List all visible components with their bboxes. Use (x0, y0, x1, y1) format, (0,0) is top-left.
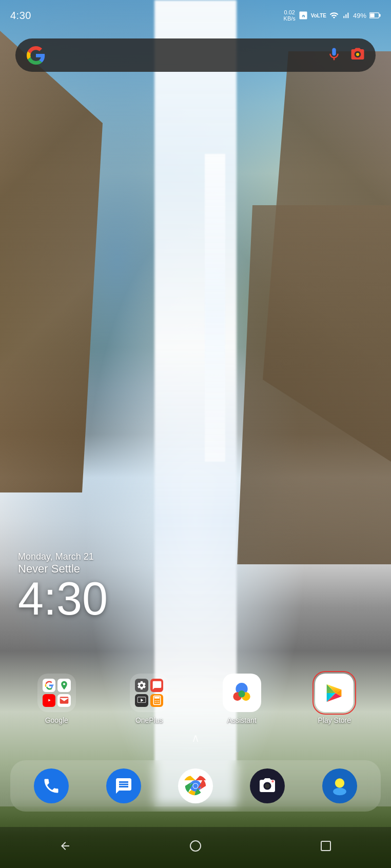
assistant-item[interactable]: Assistant (223, 674, 261, 724)
app-row: Google (0, 674, 391, 724)
wellbeing-icon (328, 775, 351, 797)
oneplus-folder-icon (130, 674, 168, 712)
cliff-mid-right (237, 205, 391, 564)
svg-rect-28 (321, 841, 330, 851)
mini-messages-icon (150, 679, 164, 692)
svg-rect-8 (154, 697, 160, 699)
mini-gmail-icon (57, 694, 71, 707)
svg-point-3 (356, 52, 359, 55)
wifi-icon (329, 11, 339, 20)
search-action-icons (326, 47, 365, 64)
navigation-bar (0, 827, 391, 868)
status-icons: 0.02 KB/s VoLTE 49% (284, 9, 381, 22)
home-icon (189, 840, 202, 852)
data-speed-value: 0.02 (284, 9, 295, 15)
wellbeing-dock-icon[interactable] (322, 768, 357, 803)
date-display: Monday, March 21 (18, 551, 108, 562)
mini-screen-icon (135, 694, 148, 707)
svg-point-14 (158, 702, 159, 703)
recents-button[interactable] (309, 835, 342, 860)
svg-point-22 (265, 784, 270, 788)
assistant-label: Assistant (227, 716, 257, 724)
messages-dock-icon[interactable] (106, 768, 141, 803)
mini-settings-icon (135, 679, 148, 692)
assistant-icon (223, 674, 261, 712)
battery-icon (369, 12, 381, 19)
svg-point-13 (157, 702, 158, 703)
signal-icon (342, 11, 350, 20)
svg-point-9 (154, 700, 155, 701)
data-speed-unit: KB/s (284, 15, 296, 22)
svg-point-11 (158, 700, 159, 701)
home-button[interactable] (179, 835, 212, 860)
camera-dock-icon[interactable] (250, 768, 285, 803)
back-button[interactable] (49, 835, 82, 860)
battery-percent: 49% (353, 12, 366, 19)
search-bar[interactable] (15, 38, 376, 72)
camera-search-icon (350, 47, 365, 62)
google-logo-svg (27, 46, 45, 65)
recents-icon (320, 840, 332, 852)
oneplus-folder-label: OnePlus (135, 716, 163, 724)
play-store-item[interactable]: Play Store (315, 674, 354, 724)
svg-point-21 (193, 783, 198, 788)
clock-section: Monday, March 21 Never Settle 4:30 (18, 551, 108, 622)
play-store-label: Play Store (318, 716, 351, 724)
status-time: 4:30 (10, 10, 31, 22)
google-g-logo (26, 45, 46, 66)
google-folder-item[interactable]: Google (37, 674, 76, 724)
mini-maps-icon (57, 679, 71, 692)
clock-time-display: 4:30 (18, 576, 108, 622)
google-folder-label: Google (45, 716, 68, 724)
svg-point-12 (154, 702, 155, 703)
data-speed: 0.02 KB/s (284, 9, 296, 22)
messages-icon (114, 777, 133, 795)
play-store-icon (315, 674, 354, 712)
back-icon (59, 840, 71, 852)
mini-youtube-icon (43, 694, 56, 707)
chrome-dock-icon[interactable] (178, 768, 213, 803)
oneplus-folder-item[interactable]: OnePlus (130, 674, 168, 724)
phone-dock-icon[interactable] (34, 768, 69, 803)
chrome-icon (184, 775, 207, 797)
svg-point-27 (190, 841, 201, 851)
svg-point-18 (239, 691, 245, 697)
mini-calculator-icon (150, 694, 164, 707)
svg-point-4 (63, 683, 65, 685)
mic-icon (326, 47, 342, 62)
nfc-icon (299, 11, 308, 20)
google-folder-icon (37, 674, 76, 712)
camera-search-button[interactable] (350, 47, 365, 64)
volte-icon: VoLTE (311, 13, 326, 18)
svg-rect-1 (379, 14, 381, 16)
phone-icon (42, 777, 61, 795)
bottom-dock (10, 760, 381, 812)
svg-point-26 (333, 788, 346, 796)
status-bar: 4:30 0.02 KB/s VoLTE 49% (0, 0, 391, 31)
play-store-logo (323, 681, 346, 705)
svg-point-25 (335, 778, 344, 787)
assistant-logo (229, 680, 255, 706)
camera-icon (258, 777, 277, 795)
svg-rect-2 (370, 13, 374, 17)
svg-point-10 (157, 700, 158, 701)
mic-button[interactable] (326, 47, 342, 64)
swipe-up-indicator: ∧ (191, 732, 200, 745)
svg-point-23 (272, 780, 275, 783)
mini-google-icon (43, 679, 56, 692)
waterfall-thin (205, 154, 225, 462)
